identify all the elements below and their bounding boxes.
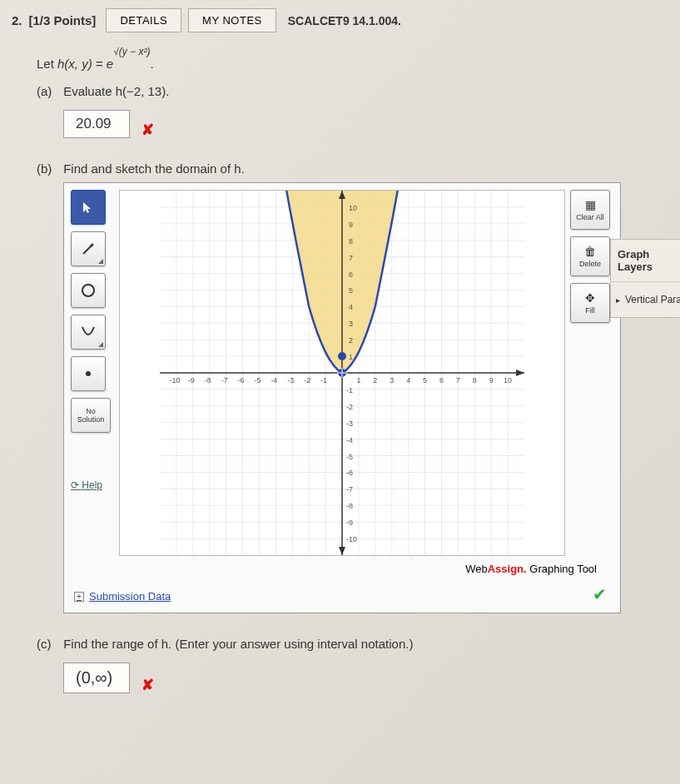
svg-text:4: 4 bbox=[406, 376, 410, 385]
part-b-row: (b) Find and sketch the domain of h. bbox=[37, 161, 668, 176]
svg-text:-3: -3 bbox=[287, 376, 294, 385]
problem-statement: Let h(x, y) = e√(y − x²). bbox=[37, 54, 668, 71]
svg-text:-2: -2 bbox=[304, 376, 310, 385]
line-tool-button[interactable] bbox=[71, 231, 106, 266]
svg-text:-5: -5 bbox=[254, 376, 261, 385]
part-b-label: (b) bbox=[37, 161, 60, 176]
svg-text:5: 5 bbox=[423, 376, 427, 385]
svg-text:6: 6 bbox=[349, 270, 353, 279]
svg-text:10: 10 bbox=[504, 376, 512, 385]
svg-text:-5: -5 bbox=[346, 453, 353, 461]
svg-text:2: 2 bbox=[349, 336, 353, 345]
part-c-row: (c) Find the range of h. (Enter your ans… bbox=[37, 637, 668, 651]
part-b-prompt: Find and sketch the domain of h. bbox=[63, 161, 245, 176]
wrong-icon: ✘ bbox=[141, 122, 154, 138]
svg-point-89 bbox=[338, 352, 346, 360]
svg-text:-4: -4 bbox=[271, 376, 277, 385]
svg-text:5: 5 bbox=[349, 286, 353, 295]
svg-text:-2: -2 bbox=[346, 403, 353, 411]
part-a-row: (a) Evaluate h(−2, 13). bbox=[37, 84, 668, 98]
graph-layers-panel: Graph Layers Vertical Parab bbox=[610, 239, 680, 318]
svg-text:10: 10 bbox=[349, 204, 357, 212]
details-button[interactable]: DETAILS bbox=[106, 8, 181, 32]
svg-text:6: 6 bbox=[439, 376, 444, 385]
svg-point-2 bbox=[82, 285, 94, 296]
clear-icon: ▦ bbox=[585, 198, 596, 211]
points-label: [1/3 Points] bbox=[29, 13, 97, 27]
svg-text:7: 7 bbox=[456, 376, 460, 385]
svg-text:-1: -1 bbox=[320, 376, 327, 385]
svg-text:4: 4 bbox=[349, 303, 353, 311]
no-solution-button[interactable]: No Solution bbox=[71, 398, 111, 433]
circle-tool-button[interactable] bbox=[71, 273, 106, 308]
graphing-tool: No Solution ⟳ Help bbox=[63, 182, 621, 613]
part-c-prompt: Find the range of h. (Enter your answer … bbox=[63, 637, 413, 651]
layer-item-parabola[interactable]: Vertical Parab bbox=[611, 282, 680, 317]
question-number: 2. bbox=[12, 13, 22, 27]
svg-text:-8: -8 bbox=[346, 502, 353, 510]
svg-text:-9: -9 bbox=[188, 376, 195, 385]
svg-text:-8: -8 bbox=[205, 376, 211, 385]
svg-text:9: 9 bbox=[349, 221, 353, 229]
part-c-label: (c) bbox=[37, 637, 60, 651]
svg-text:-10: -10 bbox=[346, 535, 357, 543]
svg-text:1: 1 bbox=[349, 353, 353, 361]
svg-text:-1: -1 bbox=[346, 386, 353, 394]
clear-all-button[interactable]: ▦ Clear All bbox=[570, 190, 610, 230]
svg-text:7: 7 bbox=[349, 254, 353, 262]
svg-text:3: 3 bbox=[349, 320, 353, 328]
tool-palette: No Solution ⟳ Help bbox=[71, 190, 114, 556]
svg-text:-6: -6 bbox=[346, 469, 353, 477]
submission-data-link[interactable]: + Submission Data bbox=[74, 590, 171, 603]
svg-point-3 bbox=[86, 371, 91, 376]
svg-text:-7: -7 bbox=[221, 376, 228, 385]
svg-text:-3: -3 bbox=[346, 419, 353, 428]
my-notes-button[interactable]: MY NOTES bbox=[188, 8, 276, 32]
svg-text:-7: -7 bbox=[346, 485, 353, 494]
part-a-answer-input[interactable]: 20.09 bbox=[63, 110, 130, 138]
select-tool-button[interactable] bbox=[71, 190, 106, 225]
fill-icon: ✥ bbox=[585, 291, 595, 305]
svg-text:9: 9 bbox=[489, 376, 494, 385]
svg-text:8: 8 bbox=[473, 376, 477, 385]
svg-marker-48 bbox=[339, 547, 345, 555]
svg-text:-4: -4 bbox=[346, 436, 353, 444]
fill-button[interactable]: ✥ Fill bbox=[570, 283, 610, 323]
trash-icon: 🗑 bbox=[584, 245, 596, 258]
layers-title: Graph Layers bbox=[611, 240, 680, 282]
graph-canvas[interactable]: -10-9-8-7-6-5-4-3-2-1 12345678910 109876… bbox=[119, 190, 565, 556]
action-palette: ▦ Clear All 🗑 Delete ✥ Fill bbox=[570, 190, 613, 556]
svg-text:2: 2 bbox=[373, 376, 377, 385]
svg-text:-6: -6 bbox=[238, 376, 245, 385]
svg-text:8: 8 bbox=[349, 237, 353, 246]
part-a-label: (a) bbox=[37, 84, 60, 98]
part-c-answer-input[interactable]: (0,∞) bbox=[63, 662, 130, 693]
graph-footer: WebAssign. Graphing Tool bbox=[71, 556, 613, 575]
help-link[interactable]: ⟳ Help bbox=[71, 479, 114, 491]
svg-text:1: 1 bbox=[356, 376, 360, 385]
delete-button[interactable]: 🗑 Delete bbox=[570, 236, 610, 276]
svg-text:-9: -9 bbox=[346, 519, 353, 527]
correct-icon: ✔ bbox=[593, 584, 607, 604]
point-tool-button[interactable] bbox=[71, 356, 106, 391]
svg-marker-46 bbox=[516, 370, 524, 376]
parabola-tool-button[interactable] bbox=[71, 315, 106, 350]
svg-text:3: 3 bbox=[390, 376, 394, 385]
part-a-prompt: Evaluate h(−2, 13). bbox=[63, 84, 169, 98]
expand-icon: + bbox=[74, 592, 84, 602]
grid-svg: -10-9-8-7-6-5-4-3-2-1 12345678910 109876… bbox=[120, 191, 564, 555]
svg-text:-10: -10 bbox=[169, 376, 180, 385]
wrong-icon: ✘ bbox=[141, 677, 154, 693]
source-reference: SCALCET9 14.1.004. bbox=[288, 14, 401, 27]
